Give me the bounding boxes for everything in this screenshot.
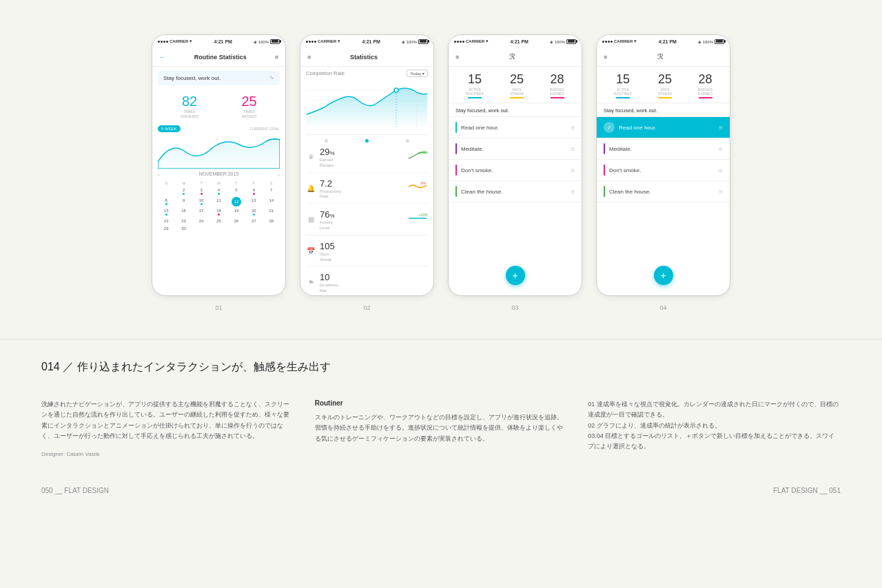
app-desc: スキルのトレーニングや、ワークアウトなどの目標を設定し、アプリが進行状況を追跡。… <box>315 412 568 444</box>
days-streak-label: DAYSSTREAK <box>510 87 524 96</box>
routine-menu-read[interactable]: ≡ <box>571 124 575 132</box>
active-routines-label-4: ACTIVEROUTINES <box>614 87 632 96</box>
back-button-1[interactable]: ← <box>159 53 166 61</box>
routine-text-smoke: Don't smoke. <box>461 167 493 174</box>
routine-menu-smoke[interactable]: ≡ <box>571 167 575 174</box>
routine-menu-meditate-4[interactable]: ≡ <box>719 145 723 153</box>
routine-item-house[interactable]: Clean the house. ≡ <box>449 181 582 202</box>
routine-item-meditate[interactable]: Meditate. ≡ <box>449 138 582 160</box>
app-name: Routiner <box>315 399 568 407</box>
status-bar-4: CARRIER ▾ 4:21 PM ◈ 100% <box>597 35 730 48</box>
routine-item-meditate-4[interactable]: Meditate. ≡ <box>597 138 730 160</box>
week-badge[interactable]: 5 WEEK <box>158 125 181 132</box>
color-bar-meditate-4 <box>604 143 605 154</box>
battery-4 <box>715 39 724 44</box>
routine-item-read-highlighted[interactable]: Read one hour. ≡ <box>597 117 730 138</box>
phone-2-frame: CARRIER ▾ 4:21 PM ◈ 100% ≡ Statistics <box>300 34 434 296</box>
chart-pagination <box>306 139 428 143</box>
goal-bar-1: Stay focused, work out. ✎ <box>158 71 280 85</box>
features-text: 01 達成率を様々な視点で視覚化。カレンダーの達成された日にマークが付くので、目… <box>588 399 841 452</box>
calendar-section: ‹ NOVEMBER 2015 › S M T W T F S <box>152 169 285 235</box>
phone-number-3: 03 <box>511 304 518 311</box>
routine-item-smoke-4[interactable]: Don't smoke. ≡ <box>597 160 730 181</box>
routine-text-read: Read one hour. <box>461 125 499 131</box>
svg-point-5 <box>394 88 398 92</box>
routine-menu-read-4[interactable]: ≡ <box>719 124 723 132</box>
status-bar-2: CARRIER ▾ 4:21 PM ◈ 100% <box>300 35 433 48</box>
menu-icon-1[interactable]: ≡ <box>275 54 278 61</box>
nav-title-2: Statistics <box>350 54 378 61</box>
flag-icon: ⚑ <box>306 279 316 286</box>
stat-number-missed: 25 <box>241 94 256 109</box>
phone-number-2: 02 <box>363 304 370 311</box>
phone-number-1: 01 <box>215 304 222 311</box>
battery-2 <box>418 39 428 44</box>
menu-icon-3[interactable]: ≡ <box>455 54 459 61</box>
metric-deadlines: ⚑ 10 DeadlinesMet <box>306 271 428 295</box>
phone-3-frame: CARRIER ▾ 4:21 PM ◈ 100% ≡ ℛ <box>448 34 582 296</box>
routine-item-smoke[interactable]: Don't smoke. ≡ <box>449 160 582 181</box>
color-bar-meditate <box>455 143 457 154</box>
routine-menu-house[interactable]: ≡ <box>571 188 575 196</box>
badges-earned-number: 28 <box>550 72 564 87</box>
routine-menu-house-4[interactable]: ≡ <box>719 188 723 196</box>
stat-finished: 82 TIMESFINISHED <box>181 94 198 119</box>
completion-header: Completion Rate Today ▾ <box>306 70 428 77</box>
content-grid: 洗練されたナビゲーションが、アプリの提供する主な機能を邪魔することなく、スクリー… <box>41 399 841 459</box>
battery-1 <box>270 39 280 44</box>
phones-section: CARRIER ▾ 4:21 PM ◈ 100% ← Routine Stati… <box>0 0 882 332</box>
badges-earned-label: BADGESEARNED <box>550 87 564 96</box>
phone-4-frame: CARRIER ▾ 4:21 PM ◈ 100% ≡ ℛ <box>596 34 730 296</box>
routine-menu-meditate[interactable]: ≡ <box>571 145 575 153</box>
routine-text-house: Clean the house. <box>461 189 503 195</box>
right-col: 01 達成率を様々な視点で視覚化。カレンダーの達成された日にマークが付くので、目… <box>588 399 841 459</box>
middle-col: Routiner スキルのトレーニングや、ワークアウトなどの目標を設定し、アプリ… <box>315 399 568 459</box>
carrier-1: CARRIER <box>170 39 188 43</box>
routine-group-title-4: Stay focused, work out. <box>597 103 730 117</box>
routine-item-house-4[interactable]: Clean the house. ≡ <box>597 181 730 202</box>
metric-activity: ▦ 76% ActivityLevel +100% <box>306 208 428 235</box>
bottom-section: 014 ／ 作り込まれたインタラクションが、触感を生み出す 洗練されたナビゲーシ… <box>0 339 882 515</box>
goal-text-1: Stay focused, work out. <box>163 75 220 81</box>
chart-area <box>306 80 428 135</box>
stats-header-3: 15 ACTIVEROUTINES 25 DAYSSTREAK 28 BADGE… <box>449 67 582 103</box>
bar-icon: ▦ <box>306 216 316 223</box>
left-col: 洗練されたナビゲーションが、アプリの提供する主な機能を邪魔することなく、スクリー… <box>41 399 294 459</box>
color-bar-house <box>455 186 457 197</box>
crown-icon: ♛ <box>306 153 316 160</box>
carrier-2: CARRIER <box>318 39 336 43</box>
status-bar-1: CARRIER ▾ 4:21 PM ◈ 100% <box>152 35 285 48</box>
today-button[interactable]: Today ▾ <box>407 70 428 77</box>
phone-number-4: 04 <box>659 304 666 311</box>
calendar-icon: 📅 <box>306 247 316 255</box>
metric-productivity: 🔔 7.2 ProductivityRate -5% <box>306 177 428 204</box>
stat-label-finished: TIMESFINISHED <box>181 109 198 119</box>
days-streak-label-4: DAYSSTREAK <box>658 87 672 96</box>
calendar-month: NOVEMBER 2015 <box>199 171 239 176</box>
designer-credit: Designer: Catalin Vasile <box>41 450 294 459</box>
routine-menu-smoke-4[interactable]: ≡ <box>719 167 723 174</box>
routine-item-read[interactable]: Read one hour. ≡ <box>449 117 582 138</box>
svg-text:+48%: +48% <box>420 151 428 155</box>
time-1: 4:21 PM <box>214 39 232 44</box>
carrier-3: CARRIER <box>466 39 484 43</box>
menu-icon-4[interactable]: ≡ <box>604 54 607 61</box>
metric-streak: 📅 105 DaysStreak <box>306 240 428 267</box>
status-bar-3: CARRIER ▾ 4:21 PM ◈ 100% <box>449 35 582 48</box>
routine-text-house-4: Clean the house. <box>609 189 651 195</box>
cal-prev[interactable]: ‹ <box>158 172 160 178</box>
app-logo-4: ℛ <box>657 52 664 61</box>
menu-icon-2[interactable]: ≡ <box>307 54 311 61</box>
badges-earned-label-4: BADGESEARNED <box>698 87 712 96</box>
edit-icon-1[interactable]: ✎ <box>269 75 274 81</box>
phone-2-container: CARRIER ▾ 4:21 PM ◈ 100% ≡ Statistics <box>300 34 434 311</box>
cal-next[interactable]: › <box>278 172 280 178</box>
cal-grid: 2 3 4 5 6 7 8 9 10 11 12 13 14 <box>158 187 280 232</box>
time-2: 4:21 PM <box>362 39 380 44</box>
bell-icon: 🔔 <box>306 185 316 192</box>
routine-text-meditate-4: Meditate. <box>609 146 632 152</box>
fab-3[interactable]: + <box>506 266 525 285</box>
svg-text:+100%: +100% <box>418 213 428 217</box>
fab-4[interactable]: + <box>654 266 673 285</box>
routine-group-title-3: Stay focused, work out. <box>449 103 582 117</box>
